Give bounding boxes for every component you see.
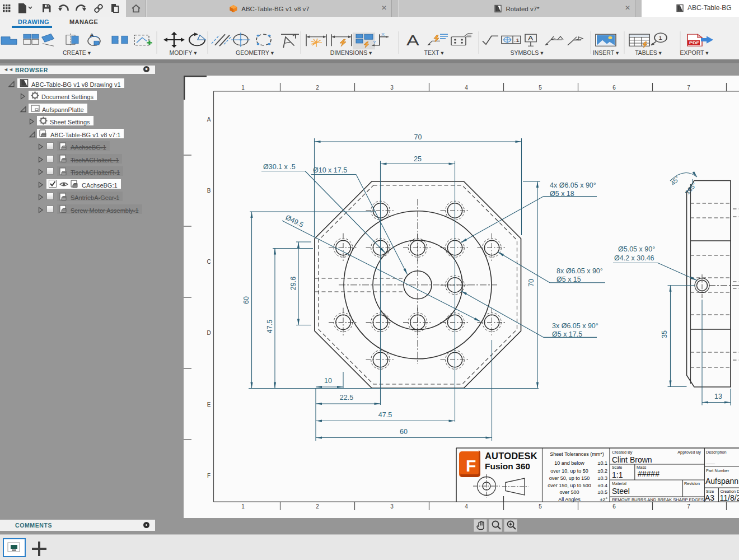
svg-text:Ø5.05 x 90°: Ø5.05 x 90°	[618, 245, 655, 253]
svg-text:7: 7	[687, 503, 690, 510]
svg-text:±0.3: ±0.3	[598, 475, 607, 481]
svg-text:3: 3	[390, 85, 394, 91]
svg-text:11/8/20: 11/8/20	[720, 493, 739, 502]
svg-text:Fusion 360: Fusion 360	[485, 461, 530, 471]
svg-text:±0.5: ±0.5	[598, 489, 607, 495]
svg-text:B: B	[207, 188, 211, 194]
svg-text:E: E	[207, 402, 211, 408]
svg-text:A3: A3	[705, 493, 714, 502]
svg-text:Revision: Revision	[684, 481, 700, 486]
svg-text:4: 4	[465, 503, 468, 510]
svg-text:5: 5	[539, 503, 542, 510]
svg-text:6: 6	[612, 85, 616, 91]
svg-text:3: 3	[390, 503, 394, 510]
svg-text:22.5: 22.5	[340, 394, 353, 402]
svg-text:4: 4	[465, 85, 468, 91]
svg-text:2: 2	[316, 503, 319, 510]
svg-text:70: 70	[414, 133, 422, 141]
svg-text:3x Ø6.05 x 90°: 3x Ø6.05 x 90°	[552, 322, 598, 330]
svg-text:10: 10	[324, 377, 332, 385]
svg-text:1: 1	[658, 35, 662, 41]
svg-text:4x Ø6.05 x 90°: 4x Ø6.05 x 90°	[550, 181, 596, 189]
svg-text:±2°: ±2°	[600, 497, 607, 502]
svg-text:±0.4: ±0.4	[598, 483, 607, 488]
svg-text:5: 5	[539, 85, 542, 91]
svg-text:1: 1	[241, 85, 245, 91]
svg-text:47.5: 47.5	[378, 411, 392, 419]
svg-text:A: A	[406, 32, 419, 48]
svg-text:Scale: Scale	[612, 465, 622, 470]
svg-text:D: D	[207, 330, 211, 336]
svg-text:Ø4.2 x 30.46: Ø4.2 x 30.46	[614, 254, 654, 262]
svg-text:±0.1: ±0.1	[598, 460, 607, 466]
svg-text:Steel: Steel	[612, 487, 630, 496]
svg-text:Created By: Created By	[612, 450, 633, 455]
svg-text:AufspannPla: AufspannPla	[705, 477, 739, 486]
svg-text:70: 70	[527, 279, 535, 287]
svg-text:——: ——	[706, 461, 715, 466]
svg-text:A: A	[207, 116, 211, 123]
svg-text:8x Ø6.05 x 90°: 8x Ø6.05 x 90°	[556, 267, 603, 275]
svg-text:Ø10 x 17.5: Ø10 x 17.5	[313, 166, 347, 174]
svg-text:REMOVE BURRS AND BREAK SHARP E: REMOVE BURRS AND BREAK SHARP EDGES	[612, 497, 704, 502]
svg-text:±0.2: ±0.2	[598, 468, 607, 474]
svg-text:F: F	[207, 473, 211, 479]
svg-text:Approved By: Approved By	[677, 450, 701, 455]
svg-text:Y: Y	[373, 41, 377, 45]
svg-text:A: A	[528, 35, 534, 42]
svg-text:AUTODESK: AUTODESK	[485, 451, 537, 461]
svg-text:All Angles: All Angles	[558, 497, 581, 502]
svg-text:over 150, up to 500: over 150, up to 500	[548, 483, 591, 488]
svg-text:X: X	[381, 32, 385, 37]
svg-text:#####: #####	[638, 469, 660, 478]
svg-text:over 500: over 500	[559, 489, 579, 495]
svg-text:6: 6	[612, 503, 616, 510]
svg-text:Part Number: Part Number	[706, 468, 729, 473]
svg-text:1: 1	[241, 503, 245, 510]
svg-text:25: 25	[414, 155, 422, 163]
svg-text:47.5: 47.5	[266, 320, 274, 333]
svg-text:Ø30.1 x .5: Ø30.1 x .5	[263, 163, 296, 171]
svg-text:Material: Material	[612, 481, 626, 486]
svg-text:C: C	[207, 259, 211, 265]
svg-text:Sheet Tolerances (mm*): Sheet Tolerances (mm*)	[550, 451, 604, 457]
svg-text:13: 13	[714, 393, 722, 400]
svg-text:2: 2	[316, 85, 319, 91]
svg-text:PDF: PDF	[689, 41, 699, 45]
svg-text:Ø5 x 18: Ø5 x 18	[550, 190, 574, 198]
svg-text:Ø5 x 17.5: Ø5 x 17.5	[552, 330, 582, 338]
svg-text:over 10, up to 50: over 10, up to 50	[550, 468, 588, 474]
svg-text:over 50, up to 150: over 50, up to 150	[549, 475, 590, 481]
svg-text:1:1: 1:1	[612, 470, 623, 479]
svg-text:.1: .1	[514, 37, 520, 43]
svg-text:Description: Description	[706, 450, 727, 455]
svg-text:7: 7	[687, 85, 690, 91]
svg-text:Clint Brown: Clint Brown	[612, 455, 652, 464]
svg-text:10 and below: 10 and below	[554, 460, 584, 466]
svg-text:35: 35	[661, 330, 668, 338]
svg-text:29.6: 29.6	[289, 277, 297, 290]
svg-text:Ø5 x 15: Ø5 x 15	[556, 276, 581, 283]
svg-text:60: 60	[400, 428, 408, 436]
svg-text:F: F	[466, 456, 476, 475]
svg-text:60: 60	[242, 296, 250, 304]
